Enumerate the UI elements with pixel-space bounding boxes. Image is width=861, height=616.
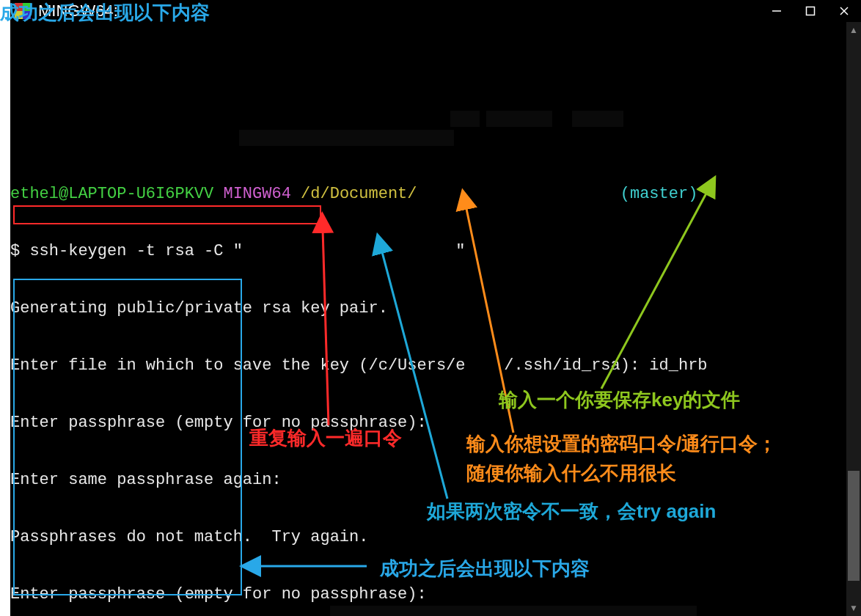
vertical-scrollbar[interactable]: ▲ ▼	[846, 22, 861, 616]
close-button[interactable]	[827, 0, 861, 22]
annotation-cyan-text: 成功之后会出现以下内容	[380, 556, 590, 582]
prompt-line: ethel@LAPTOP-U6I6PKVV MINGW64 /d/Documen…	[10, 185, 861, 204]
term-line: Enter passphrase (empty for no passphras…	[10, 585, 861, 604]
redact-strip	[572, 111, 623, 127]
annotation-cyan: 成功之后会出现以下内容	[0, 0, 210, 26]
term-line: Passphrases do not match. Try again.	[10, 528, 861, 547]
term-line: Enter file in which to save the key (/c/…	[10, 356, 861, 375]
term-line: Enter passphrase (empty for no passphras…	[10, 414, 861, 433]
scroll-up-icon[interactable]: ▲	[846, 22, 861, 38]
redact-strip	[450, 111, 480, 127]
annotation-red: 重复输入一遍口令	[249, 425, 402, 451]
redact-strip	[486, 111, 552, 127]
minimize-button[interactable]	[760, 0, 794, 22]
annotation-green: 输入一个你要保存key的文件	[499, 387, 740, 413]
annotation-orange-1: 输入你想设置的密码口令/通行口令；	[466, 431, 777, 457]
term-line: Enter same passphrase again:	[10, 471, 861, 490]
scroll-down-icon[interactable]: ▼	[846, 600, 861, 616]
svg-rect-1	[807, 7, 815, 15]
redact-strip	[239, 130, 454, 146]
term-line: Generating public/private rsa key pair.	[10, 299, 861, 318]
annotation-orange-2: 随便你输入什么不用很长	[466, 461, 676, 486]
scroll-track[interactable]	[846, 38, 861, 600]
scroll-thumb[interactable]	[848, 471, 860, 581]
annotation-teal: 如果两次密令不一致，会try again	[427, 499, 716, 524]
redact-strip	[330, 606, 697, 616]
command-line: $ ssh-keygen -t rsa -C " "	[10, 242, 861, 261]
terminal-body[interactable]: ethel@LAPTOP-U6I6PKVV MINGW64 /d/Documen…	[10, 22, 861, 616]
maximize-button[interactable]	[794, 0, 827, 22]
